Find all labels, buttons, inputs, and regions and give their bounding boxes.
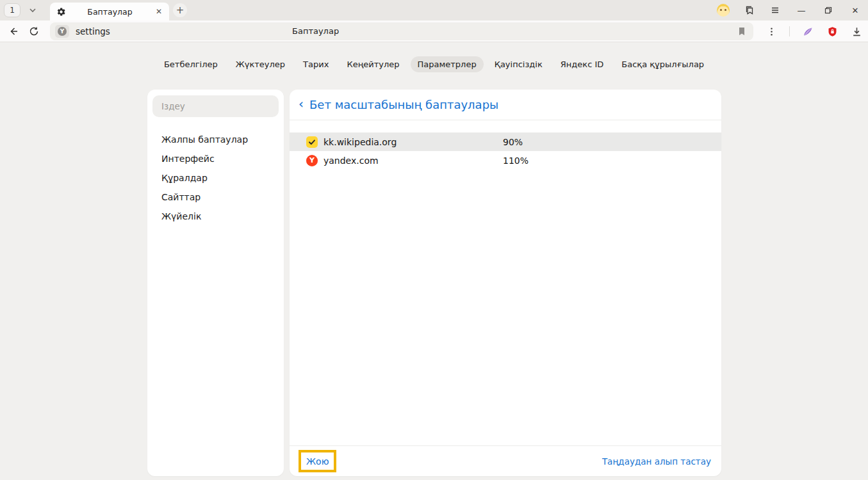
tab-strip: 1 Баптаулар ✕ + — ✕ (0, 0, 868, 20)
address-page-title: Баптаулар (292, 22, 339, 40)
nav-tab-settings[interactable]: Параметрлер (411, 56, 484, 72)
checkbox-checked-icon[interactable] (306, 136, 318, 148)
zoom-site-row[interactable]: kk.wikipedia.org 90% (290, 132, 721, 151)
reload-icon[interactable] (27, 24, 41, 38)
toolbar-kebab-menu-icon[interactable] (765, 25, 778, 38)
bookmark-flag-icon[interactable] (737, 26, 747, 36)
yandex-browser-icon: Y (58, 27, 67, 36)
browser-toolbar: Y settings Баптаулар (0, 20, 868, 42)
alice-feather-icon[interactable] (801, 25, 814, 38)
new-tab-button[interactable]: + (173, 3, 187, 17)
nav-tab-downloads[interactable]: Жүктеулер (229, 56, 292, 72)
zoom-site-row[interactable]: Y yandex.com 110% (290, 151, 721, 170)
sidebar-item-tools[interactable]: Құралдар (152, 168, 279, 188)
yandex-favicon: Y (306, 155, 318, 166)
back-chevron-icon[interactable]: ‹ (299, 97, 304, 112)
downloads-icon[interactable] (850, 25, 863, 38)
site-domain: yandex.com (323, 156, 379, 166)
address-bar[interactable]: Y settings Баптаулар (50, 22, 753, 40)
sidebar-section-list: Жалпы баптаулар Интерфейс Құралдар Сайтт… (152, 130, 279, 226)
nav-tab-bookmarks[interactable]: Бетбелгілер (157, 56, 225, 72)
settings-sidebar: Жалпы баптаулар Интерфейс Құралдар Сайтт… (147, 90, 284, 476)
window-restore-button[interactable] (822, 4, 835, 17)
back-icon[interactable] (6, 24, 20, 38)
address-url-text: settings (76, 26, 110, 36)
tab-close-icon[interactable]: ✕ (154, 6, 164, 17)
sidebar-item-general[interactable]: Жалпы баптаулар (152, 130, 279, 149)
nav-tab-history[interactable]: Тарих (296, 56, 336, 72)
site-domain: kk.wikipedia.org (323, 137, 397, 147)
window-minimize-button[interactable]: — (795, 4, 808, 17)
nav-tab-extensions[interactable]: Кеңейтулер (340, 56, 406, 72)
sidebar-item-system[interactable]: Жүйелік (152, 207, 279, 226)
tab-title: Баптаулар (66, 7, 154, 17)
side-panels-icon[interactable] (744, 4, 755, 16)
window-close-button[interactable]: ✕ (849, 4, 862, 17)
nav-tab-security[interactable]: Қауіпсіздік (487, 56, 550, 72)
tab-list-chevron-down-icon[interactable] (24, 3, 41, 17)
toolbar-divider (789, 26, 790, 36)
settings-nav: Бетбелгілер Жүктеулер Тарих Кеңейтулер П… (0, 56, 868, 72)
user-avatar[interactable] (717, 4, 730, 17)
browser-tab-settings[interactable]: Баптаулар ✕ (50, 3, 169, 20)
page-zoom-settings-panel: ‹ Бет масштабының баптаулары kk.wikipedi… (290, 90, 721, 476)
gear-icon (56, 7, 66, 17)
panel-footer: Жою Таңдаудан алып тастау (290, 445, 721, 476)
site-zoom-value: 90% (503, 137, 523, 147)
sidebar-item-interface[interactable]: Интерфейс (152, 149, 279, 168)
delete-button[interactable]: Жою (306, 456, 329, 467)
site-badge[interactable]: Y (55, 25, 69, 38)
delete-button-highlight-box: Жою (299, 450, 336, 472)
panel-header: ‹ Бет масштабының баптаулары (290, 90, 721, 120)
sidebar-item-sites[interactable]: Сайттар (152, 188, 279, 207)
nav-tab-yandex-id[interactable]: Яндекс ID (553, 56, 611, 72)
protect-shield-icon[interactable] (826, 25, 839, 38)
settings-search-input[interactable] (152, 95, 279, 117)
site-zoom-value: 110% (503, 156, 528, 166)
nav-tab-other-devices[interactable]: Басқа құрылғылар (614, 56, 711, 72)
browser-menu-icon[interactable] (769, 4, 781, 16)
zoom-sites-list: kk.wikipedia.org 90% Y yandex.com 110% (290, 120, 721, 445)
panel-title[interactable]: Бет масштабының баптаулары (309, 98, 498, 111)
tab-counter-button[interactable]: 1 (4, 3, 20, 17)
deselect-all-link[interactable]: Таңдаудан алып тастау (602, 456, 711, 467)
